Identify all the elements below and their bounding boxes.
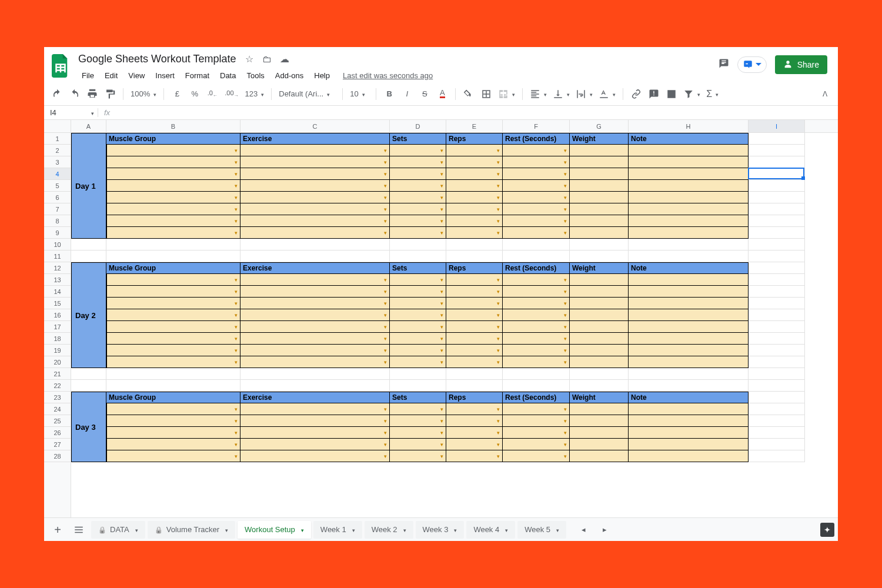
workout-header-exercise[interactable]: Exercise bbox=[240, 262, 390, 274]
dropdown-cell[interactable] bbox=[390, 415, 446, 427]
dropdown-cell[interactable] bbox=[446, 180, 503, 192]
dropdown-cell[interactable] bbox=[390, 168, 446, 180]
dropdown-cell[interactable] bbox=[106, 156, 240, 168]
dropdown-cell[interactable] bbox=[390, 180, 446, 192]
cell-H20[interactable] bbox=[629, 356, 749, 368]
cell-I27[interactable] bbox=[749, 439, 805, 450]
dropdown-cell[interactable] bbox=[503, 333, 570, 345]
column-header-D[interactable]: D bbox=[390, 120, 446, 132]
row-header-8[interactable]: 8 bbox=[44, 215, 71, 227]
cell-G27[interactable] bbox=[570, 439, 629, 450]
star-icon[interactable]: ☆ bbox=[243, 54, 255, 65]
font-select[interactable]: Default (Ari... bbox=[278, 88, 336, 100]
cell-E21[interactable] bbox=[446, 368, 503, 380]
workout-header-note[interactable]: Note bbox=[629, 133, 749, 145]
cell-F10[interactable] bbox=[503, 239, 570, 250]
font-size-select[interactable]: 10 bbox=[349, 88, 370, 100]
cell-H10[interactable] bbox=[629, 239, 749, 250]
dropdown-cell[interactable] bbox=[390, 145, 446, 156]
scroll-sheets-left-button[interactable]: ◂ bbox=[573, 521, 593, 539]
cell-I25[interactable] bbox=[749, 415, 805, 427]
dropdown-cell[interactable] bbox=[446, 356, 503, 368]
dropdown-cell[interactable] bbox=[106, 227, 240, 239]
insert-comment-button[interactable] bbox=[647, 86, 661, 102]
dropdown-cell[interactable] bbox=[446, 345, 503, 356]
fill-color-button[interactable] bbox=[462, 86, 476, 102]
dropdown-cell[interactable] bbox=[106, 403, 240, 415]
row-header-16[interactable]: 16 bbox=[44, 309, 71, 321]
dropdown-cell[interactable] bbox=[446, 274, 503, 286]
cell-C11[interactable] bbox=[240, 250, 390, 262]
cell-H13[interactable] bbox=[629, 274, 749, 286]
dropdown-cell[interactable] bbox=[446, 286, 503, 298]
cell-I23[interactable] bbox=[749, 392, 805, 403]
cell-G13[interactable] bbox=[570, 274, 629, 286]
row-header-26[interactable]: 26 bbox=[44, 427, 71, 439]
cell-A22[interactable] bbox=[71, 380, 106, 392]
row-header-2[interactable]: 2 bbox=[44, 145, 71, 156]
sheet-tab-week-1[interactable]: Week 1 bbox=[313, 521, 362, 539]
cell-H3[interactable] bbox=[629, 156, 749, 168]
dropdown-cell[interactable] bbox=[503, 203, 570, 215]
cell-G26[interactable] bbox=[570, 427, 629, 439]
sheet-tab-volume-tracker[interactable]: Volume Tracker bbox=[148, 521, 235, 539]
dropdown-cell[interactable] bbox=[240, 180, 390, 192]
workout-header-weight[interactable]: Weight bbox=[570, 262, 629, 274]
row-header-6[interactable]: 6 bbox=[44, 192, 71, 203]
sheet-tab-week-5[interactable]: Week 5 bbox=[517, 521, 566, 539]
dropdown-cell[interactable] bbox=[503, 309, 570, 321]
workout-header-rest-seconds-[interactable]: Rest (Seconds) bbox=[503, 392, 570, 403]
workout-header-reps[interactable]: Reps bbox=[446, 262, 503, 274]
dropdown-cell[interactable] bbox=[240, 356, 390, 368]
dropdown-cell[interactable] bbox=[240, 227, 390, 239]
cell-G24[interactable] bbox=[570, 403, 629, 415]
cell-I18[interactable] bbox=[749, 333, 805, 345]
strikethrough-button[interactable]: S bbox=[417, 86, 432, 102]
dropdown-cell[interactable] bbox=[503, 145, 570, 156]
cloud-status-icon[interactable]: ☁ bbox=[279, 54, 290, 65]
menu-format[interactable]: Format bbox=[181, 69, 214, 82]
dropdown-cell[interactable] bbox=[240, 145, 390, 156]
dropdown-cell[interactable] bbox=[106, 203, 240, 215]
cell-G10[interactable] bbox=[570, 239, 629, 250]
dropdown-cell[interactable] bbox=[240, 286, 390, 298]
column-header-B[interactable]: B bbox=[106, 120, 240, 132]
cell-H28[interactable] bbox=[629, 450, 749, 462]
cell-I5[interactable] bbox=[749, 180, 805, 192]
currency-format-button[interactable]: £ bbox=[170, 86, 184, 102]
cell-I21[interactable] bbox=[749, 368, 805, 380]
workout-header-sets[interactable]: Sets bbox=[390, 262, 446, 274]
row-header-28[interactable]: 28 bbox=[44, 450, 71, 462]
workout-header-muscle-group[interactable]: Muscle Group bbox=[106, 133, 240, 145]
dropdown-cell[interactable] bbox=[503, 321, 570, 333]
row-header-4[interactable]: 4 bbox=[44, 168, 71, 180]
dropdown-cell[interactable] bbox=[503, 156, 570, 168]
dropdown-cell[interactable] bbox=[446, 321, 503, 333]
last-edit-link[interactable]: Last edit was seconds ago bbox=[343, 71, 433, 80]
dropdown-cell[interactable] bbox=[503, 192, 570, 203]
cell-F11[interactable] bbox=[503, 250, 570, 262]
dropdown-cell[interactable] bbox=[240, 439, 390, 450]
add-sheet-button[interactable]: + bbox=[48, 521, 68, 539]
cell-I26[interactable] bbox=[749, 427, 805, 439]
dropdown-cell[interactable] bbox=[446, 298, 503, 309]
dropdown-cell[interactable] bbox=[106, 145, 240, 156]
cell-G14[interactable] bbox=[570, 286, 629, 298]
cell-G25[interactable] bbox=[570, 415, 629, 427]
cell-I2[interactable] bbox=[749, 145, 805, 156]
print-button[interactable] bbox=[85, 86, 99, 102]
filter-button[interactable] bbox=[682, 87, 701, 101]
workout-header-sets[interactable]: Sets bbox=[390, 392, 446, 403]
sheet-tab-week-4[interactable]: Week 4 bbox=[466, 521, 515, 539]
menu-data[interactable]: Data bbox=[215, 69, 240, 82]
cell-D10[interactable] bbox=[390, 239, 446, 250]
row-header-27[interactable]: 27 bbox=[44, 439, 71, 450]
row-header-12[interactable]: 12 bbox=[44, 262, 71, 274]
dropdown-cell[interactable] bbox=[240, 298, 390, 309]
dropdown-cell[interactable] bbox=[106, 356, 240, 368]
cell-B11[interactable] bbox=[106, 250, 240, 262]
chevron-down-icon[interactable] bbox=[554, 525, 559, 534]
cell-G19[interactable] bbox=[570, 345, 629, 356]
cell-F22[interactable] bbox=[503, 380, 570, 392]
workout-header-sets[interactable]: Sets bbox=[390, 133, 446, 145]
